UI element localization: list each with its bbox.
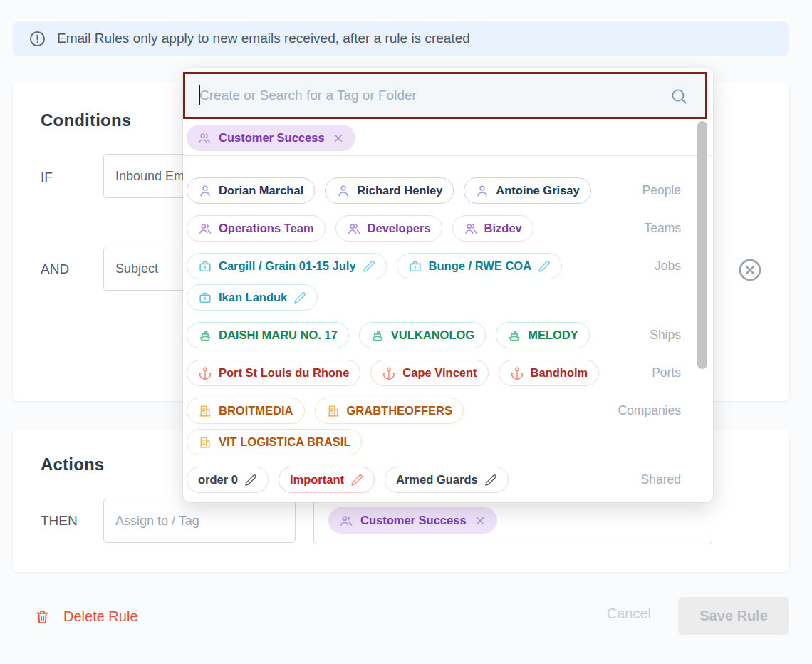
- tag-pill-bizdev[interactable]: Bizdev: [452, 215, 533, 242]
- building-icon: [198, 404, 212, 418]
- tag-pill-dorian-marchal[interactable]: Dorian Marchal: [187, 177, 315, 204]
- tag-group-people: Dorian MarchalRichard HenleyAntoine Gris…: [187, 177, 681, 204]
- building-icon: [198, 435, 212, 450]
- briefcase-icon: [408, 259, 422, 274]
- pill-row: Port St Louis du RhoneCape VincentBandho…: [187, 360, 603, 386]
- tag-group-rows: order 0ImportantArmed Guards: [187, 467, 603, 493]
- edit-pencil-icon: [244, 474, 257, 487]
- tag-pill-port-st-louis-du-rhone[interactable]: Port St Louis du Rhone: [187, 360, 360, 386]
- pill-row: VIT LOGISTICA BRASIL: [187, 429, 603, 455]
- magnifier-icon: [670, 87, 688, 105]
- assigned-tags: Customer Success: [328, 507, 497, 534]
- anchor-icon: [198, 366, 212, 380]
- users-icon: [347, 222, 361, 236]
- tag-pill-developers[interactable]: Developers: [335, 215, 442, 242]
- assign-to-select[interactable]: Assign to / Tag: [103, 499, 296, 543]
- users-icon: [197, 131, 212, 145]
- tag-pill-bandholm[interactable]: Bandholm: [499, 360, 600, 386]
- delete-rule-label: Delete Rule: [63, 608, 138, 625]
- pill-row: DAISHI MARU NO. 17VULKANOLOGMELODY: [187, 322, 603, 348]
- category-label-shared: Shared: [603, 467, 681, 493]
- remove-condition-button[interactable]: [736, 256, 764, 284]
- selected-tags-row: Customer Success: [183, 119, 713, 156]
- pill-row: Dorian MarchalRichard HenleyAntoine Gris…: [187, 177, 603, 204]
- tag-group-jobs: Cargill / Grain 01-15 JulyBunge / RWE CO…: [187, 253, 681, 311]
- tag-group-rows: DAISHI MARU NO. 17VULKANOLOGMELODY: [187, 322, 603, 348]
- tag-pill-label: Dorian Marchal: [219, 184, 303, 197]
- tag-group-rows: BROITMEDIAGRABTHEOFFERSVIT LOGISTICA BRA…: [187, 398, 603, 455]
- tag-pill-broitmedia[interactable]: BROITMEDIA: [187, 398, 305, 424]
- tag-pill-vulkanolog[interactable]: VULKANOLOG: [359, 322, 486, 348]
- info-banner: Email Rules only apply to new emails rec…: [13, 21, 789, 56]
- category-label-companies: Companies: [603, 398, 681, 424]
- tag-pill-cargill-grain-01-15-july[interactable]: Cargill / Grain 01-15 July: [187, 253, 387, 279]
- edit-pencil-icon: [293, 291, 306, 304]
- circled-x-icon: [736, 256, 764, 284]
- tag-pill-customer-success[interactable]: Customer Success: [328, 507, 497, 534]
- person-icon: [475, 184, 489, 198]
- anchor-icon: [510, 366, 524, 380]
- then-label: THEN: [41, 513, 78, 529]
- tag-group-shared: order 0ImportantArmed GuardsShared: [187, 467, 681, 493]
- tag-pill-label: BROITMEDIA: [219, 404, 293, 417]
- building-icon: [326, 404, 340, 418]
- tag-pill-cape-vincent[interactable]: Cape Vincent: [370, 360, 488, 386]
- tag-pill-label: Ikan Landuk: [219, 291, 287, 304]
- category-label-people: People: [603, 177, 681, 204]
- text-caret: [199, 85, 200, 105]
- tag-pill-label: Customer Success: [219, 131, 325, 145]
- cancel-button[interactable]: Cancel: [607, 606, 651, 622]
- delete-rule-button[interactable]: Delete Rule: [34, 603, 138, 630]
- tag-pill-antoine-grisay[interactable]: Antoine Grisay: [464, 177, 590, 204]
- remove-tag-icon[interactable]: [474, 514, 486, 527]
- tag-pill-order-0[interactable]: order 0: [187, 467, 269, 493]
- search-highlight-box: [183, 72, 707, 119]
- tag-pill-label: Customer Success: [360, 514, 467, 527]
- remove-tag-icon[interactable]: [332, 132, 345, 145]
- tag-pill-label: Bizdev: [484, 222, 522, 235]
- tag-group-rows: Port St Louis du RhoneCape VincentBandho…: [187, 360, 603, 386]
- category-label-ships: Ships: [603, 322, 681, 348]
- tag-pill-label: Port St Louis du Rhone: [219, 366, 349, 380]
- users-icon: [464, 222, 478, 236]
- users-icon: [339, 514, 353, 528]
- actions-title: Actions: [41, 455, 104, 474]
- ship-icon: [198, 328, 212, 343]
- tag-pill-label: VIT LOGISTICA BRASIL: [219, 435, 350, 449]
- ship-icon: [507, 328, 521, 343]
- tag-pill-ikan-landuk[interactable]: Ikan Landuk: [187, 284, 318, 311]
- tag-pill-armed-guards[interactable]: Armed Guards: [385, 467, 509, 493]
- edit-pencil-icon: [350, 474, 363, 487]
- tag-pill-customer-success[interactable]: Customer Success: [187, 125, 355, 151]
- anchor-icon: [382, 366, 396, 380]
- person-icon: [336, 184, 350, 198]
- tag-pill-label: Antoine Grisay: [496, 184, 579, 197]
- save-rule-button[interactable]: Save Rule: [678, 597, 789, 635]
- category-label-ports: Ports: [603, 360, 681, 386]
- tag-pill-label: Bandholm: [531, 366, 588, 380]
- conditions-title: Conditions: [41, 110, 131, 130]
- and-label: AND: [41, 261, 69, 277]
- tag-pill-richard-henley[interactable]: Richard Henley: [325, 177, 454, 204]
- tag-group-teams: Operations TeamDevelopersBizdevTeams: [187, 215, 681, 242]
- edit-pencil-icon: [484, 474, 497, 487]
- scrollbar-thumb[interactable]: [697, 121, 707, 369]
- tag-groups-list: Dorian MarchalRichard HenleyAntoine Gris…: [187, 156, 681, 502]
- tag-group-rows: Operations TeamDevelopersBizdev: [187, 215, 603, 242]
- tag-group-rows: Cargill / Grain 01-15 JulyBunge / RWE CO…: [187, 253, 603, 311]
- tag-pill-vit-logistica-brasil[interactable]: VIT LOGISTICA BRASIL: [187, 429, 362, 455]
- tag-pill-bunge-rwe-coa[interactable]: Bunge / RWE COA: [397, 253, 563, 279]
- banner-text: Email Rules only apply to new emails rec…: [57, 31, 470, 46]
- category-label-teams: Teams: [603, 215, 681, 242]
- pill-row: Ikan Landuk: [187, 284, 603, 311]
- tag-group-ports: Port St Louis du RhoneCape VincentBandho…: [187, 360, 681, 386]
- tag-pill-melody[interactable]: MELODY: [496, 322, 590, 348]
- tag-pill-operations-team[interactable]: Operations Team: [187, 215, 326, 242]
- assign-to-placeholder: Assign to / Tag: [115, 514, 199, 529]
- pill-row: BROITMEDIAGRABTHEOFFERS: [187, 398, 603, 424]
- tag-pill-important[interactable]: Important: [279, 467, 375, 493]
- tag-pill-daishi-maru-no-17[interactable]: DAISHI MARU NO. 17: [187, 322, 349, 348]
- tag-pill-grabtheoffers[interactable]: GRABTHEOFFERS: [315, 398, 464, 424]
- assigned-tags-field[interactable]: Customer Success: [313, 497, 712, 544]
- tag-search-input[interactable]: [185, 74, 705, 117]
